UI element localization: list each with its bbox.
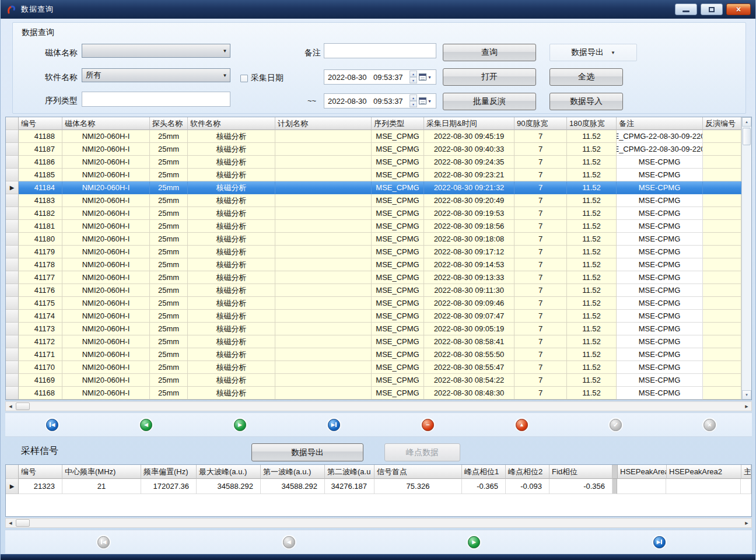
remark-input[interactable] xyxy=(324,43,436,58)
next-record-icon[interactable]: ▶ xyxy=(234,419,246,431)
table-row[interactable]: 41178NMI20-060H-I25mm核磁分析MSE_CPMG2022-08… xyxy=(6,258,741,271)
table-row[interactable]: 41185NMI20-060H-I25mm核磁分析MSE_CPMG2022-08… xyxy=(6,169,741,181)
table-row[interactable]: 41187NMI20-060H-I25mm核磁分析MSE_CPMG2022-08… xyxy=(6,143,741,156)
table-row[interactable]: 41177NMI20-060H-I25mm核磁分析MSE_CPMG2022-08… xyxy=(6,271,741,284)
scroll-up-icon[interactable]: ▲ xyxy=(742,117,751,127)
table-row[interactable]: 41170NMI20-060H-I25mm核磁分析MSE_CPMG2022-08… xyxy=(6,361,741,374)
column-header[interactable]: 软件名称 xyxy=(188,117,275,130)
table-row[interactable]: 41188NMI20-060H-I25mm核磁分析MSE_CPMG2022-08… xyxy=(6,130,741,143)
calendar-button[interactable]: ▼ xyxy=(419,70,432,84)
column-header[interactable]: 主 xyxy=(741,465,751,479)
cell-inv xyxy=(703,271,741,284)
scroll-down-icon[interactable]: ▼ xyxy=(742,390,751,400)
scrollbar-thumb[interactable] xyxy=(743,128,751,145)
cell-inv xyxy=(703,335,741,348)
column-header[interactable]: 90度脉宽 xyxy=(514,117,567,130)
column-header[interactable]: 中心频率(MHz) xyxy=(62,465,141,479)
data-import-button[interactable]: 数据导入 xyxy=(550,93,623,110)
table-row[interactable]: 41179NMI20-060H-I25mm核磁分析MSE_CPMG2022-08… xyxy=(6,246,741,258)
minimize-icon xyxy=(682,10,690,12)
column-header[interactable]: 编号 xyxy=(19,117,62,130)
scrollbar-thumb[interactable] xyxy=(16,402,30,410)
select-all-button[interactable]: 全选 xyxy=(550,68,623,86)
date-to-picker[interactable]: 2022-08-30 09:53:37 ▲▼ ▼ xyxy=(324,93,436,108)
column-header[interactable]: Fid相位 xyxy=(550,465,612,479)
table-row[interactable]: 41172NMI20-060H-I25mm核磁分析MSE_CPMG2022-08… xyxy=(6,335,741,348)
cell-datetime: 2022-08-30 09:45:19 xyxy=(424,130,514,143)
acq-date-checkbox[interactable] xyxy=(240,75,248,82)
query-button[interactable]: 查询 xyxy=(443,44,536,61)
restore-button[interactable] xyxy=(701,4,723,15)
table-row[interactable]: 41174NMI20-060H-I25mm核磁分析MSE_CPMG2022-08… xyxy=(6,310,741,323)
main-grid-vertical-scrollbar[interactable]: ▲ ▼ xyxy=(741,117,751,400)
cell-extra xyxy=(741,479,751,494)
edit-record-icon[interactable]: ▲ xyxy=(516,419,528,431)
column-header[interactable]: 第一波峰(a.u.) xyxy=(261,465,325,479)
date-from-picker[interactable]: 2022-08-30 09:53:37 ▲▼ ▼ xyxy=(324,69,436,85)
column-header[interactable]: 峰点相位1 xyxy=(462,465,506,479)
table-row[interactable]: 41171NMI20-060H-I25mm核磁分析MSE_CPMG2022-08… xyxy=(6,348,741,361)
cell-plan xyxy=(275,143,372,156)
column-header[interactable]: 频率偏置(Hz) xyxy=(141,465,197,479)
table-row[interactable]: ▶2132321172027.3634588.29234588.29234276… xyxy=(6,479,751,494)
column-header[interactable]: 第二波峰(a.u xyxy=(325,465,374,479)
open-button[interactable]: 打开 xyxy=(443,68,536,86)
last-record-icon[interactable]: ▶ xyxy=(653,536,666,548)
column-header[interactable]: 峰点相位2 xyxy=(506,465,550,479)
table-row[interactable]: ▶41184NMI20-060H-I25mm核磁分析MSE_CPMG2022-0… xyxy=(6,181,741,194)
table-row[interactable]: 41175NMI20-060H-I25mm核磁分析MSE_CPMG2022-08… xyxy=(6,297,741,310)
time-spinner[interactable]: ▲▼ xyxy=(410,94,417,107)
signal-grid-horizontal-scrollbar[interactable]: ◀ ▶ xyxy=(5,518,752,528)
scroll-right-icon[interactable]: ▶ xyxy=(742,519,751,527)
column-header[interactable]: HSEPeakArea1 xyxy=(618,465,667,479)
column-header[interactable]: 信号首点 xyxy=(374,465,462,479)
column-header[interactable]: 磁体名称 xyxy=(62,117,150,130)
main-grid-horizontal-scrollbar[interactable]: ◀ ▶ xyxy=(5,401,752,411)
close-button[interactable]: × xyxy=(726,4,751,15)
time-spinner[interactable]: ▲▼ xyxy=(410,71,417,83)
column-header[interactable]: 计划名称 xyxy=(275,117,372,130)
scroll-left-icon[interactable]: ◀ xyxy=(6,402,15,411)
sequence-type-input[interactable] xyxy=(82,92,230,107)
table-row[interactable]: 41180NMI20-060H-I25mm核磁分析MSE_CPMG2022-08… xyxy=(6,233,741,246)
column-header[interactable]: 180度脉宽 xyxy=(567,117,617,130)
peak-data-button[interactable]: 峰点数据 xyxy=(384,443,460,461)
chevron-down-icon[interactable]: ▼ xyxy=(220,69,230,82)
table-row[interactable]: 41173NMI20-060H-I25mm核磁分析MSE_CPMG2022-08… xyxy=(6,323,741,335)
scroll-left-icon[interactable]: ◀ xyxy=(6,519,15,527)
table-row[interactable]: 41182NMI20-060H-I25mm核磁分析MSE_CPMG2022-08… xyxy=(6,207,741,220)
magnet-name-select[interactable]: ▼ xyxy=(82,44,230,58)
delete-record-icon[interactable]: − xyxy=(422,419,434,431)
column-header[interactable]: 采集日期&时间 xyxy=(424,117,514,130)
column-header[interactable]: 序列类型 xyxy=(372,117,424,130)
cell-inv xyxy=(703,361,741,374)
cell-inv xyxy=(703,323,741,335)
table-row[interactable]: 41186NMI20-060H-I25mm核磁分析MSE_CPMG2022-08… xyxy=(6,156,741,169)
first-record-icon[interactable]: ◀ xyxy=(46,419,58,431)
prior-record-icon[interactable]: ◀ xyxy=(140,419,152,431)
table-row[interactable]: 41176NMI20-060H-I25mm核磁分析MSE_CPMG2022-08… xyxy=(6,284,741,297)
table-row[interactable]: 41168NMI20-060H-I25mm核磁分析MSE_CPMG2022-08… xyxy=(6,387,741,400)
table-row[interactable]: 41183NMI20-060H-I25mm核磁分析MSE_CPMG2022-08… xyxy=(6,194,741,207)
column-header[interactable]: HSEPeakArea2 xyxy=(667,465,741,479)
column-header[interactable]: 备注 xyxy=(617,117,703,130)
next-record-icon[interactable]: ▶ xyxy=(468,536,480,548)
signal-data-export-button[interactable]: 数据导出 xyxy=(251,443,363,461)
cell-magnet: NMI20-060H-I xyxy=(62,143,150,156)
minimize-button[interactable] xyxy=(675,4,697,15)
scrollbar-thumb[interactable] xyxy=(16,519,30,527)
table-row[interactable]: 41169NMI20-060H-I25mm核磁分析MSE_CPMG2022-08… xyxy=(6,374,741,387)
cell-id: 41182 xyxy=(19,207,62,220)
software-name-select[interactable]: 所有 ▼ xyxy=(82,68,230,82)
column-header[interactable]: 最大波峰(a.u.) xyxy=(197,465,261,479)
last-record-icon[interactable]: ▶ xyxy=(328,419,340,431)
batch-inversion-button[interactable]: 批量反演 xyxy=(443,93,536,110)
column-header[interactable]: 探头名称 xyxy=(150,117,188,130)
column-header[interactable]: 反演编号 xyxy=(703,117,741,130)
column-header[interactable]: 编号 xyxy=(19,465,62,479)
chevron-down-icon[interactable]: ▼ xyxy=(220,44,230,57)
calendar-button[interactable]: ▼ xyxy=(419,94,432,108)
table-row[interactable]: 41181NMI20-060H-I25mm核磁分析MSE_CPMG2022-08… xyxy=(6,220,741,233)
data-export-dropdown[interactable]: 数据导出 ▼ xyxy=(550,44,637,61)
scroll-right-icon[interactable]: ▶ xyxy=(742,402,751,411)
